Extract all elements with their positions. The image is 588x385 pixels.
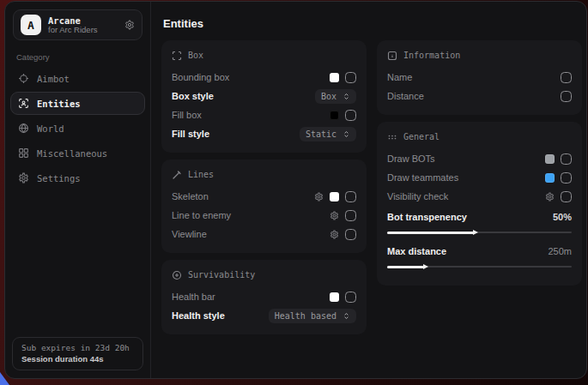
survivability-card: Survivability Health bar Health style He… [161,260,367,334]
distance-checkbox[interactable] [561,91,572,102]
card-title: Information [403,51,460,60]
setting-label: Bot transpenency [387,212,467,222]
viewline-checkbox[interactable] [345,229,356,240]
color-swatch[interactable] [545,173,555,183]
setting-label: Visibility check [387,191,448,202]
sidebar-item-label: Settings [37,173,81,183]
color-swatch[interactable] [330,73,339,82]
sidebar-item-aimbot[interactable]: Aimbot [10,67,145,90]
sidebar-item-label: World [37,123,64,134]
setting-row-draw-bots: Draw BOTs [387,149,572,168]
setting-label: Distance [387,91,424,101]
sidebar-nav: Aimbot Entities World Miscellaneous [5,67,150,189]
skeleton-settings-gear-icon[interactable] [314,192,324,202]
slider-fill [387,266,424,268]
bot-transparency-slider[interactable] [387,229,572,237]
brand-subtitle: for Arc Riders [48,26,118,35]
brand-name: Arcane [48,15,118,26]
setting-row-distance: Distance [387,87,572,105]
session-duration-text: Session duration 44s [21,354,134,364]
sidebar-item-label: Aimbot [37,74,70,84]
sync-gear-icon[interactable] [124,20,135,30]
bounding-box-checkbox[interactable] [345,72,356,83]
health-bar-checkbox[interactable] [345,292,356,303]
line-to-enemy-settings-gear-icon[interactable] [330,211,339,220]
category-label: Category [16,52,150,62]
slider-value: 250m [548,246,572,256]
arcane-logo: A [21,15,41,35]
arcane-menu-window: A Arcane for Arc Riders Category Aimbot [4,1,587,379]
color-swatch[interactable] [330,292,339,302]
main-panel: Entities Box Bounding box [151,2,587,378]
setting-label: Health bar [172,292,215,302]
setting-row-fill-style: Fill style Static [172,124,356,143]
color-swatch[interactable] [330,111,339,120]
right-column: Information Name Distance [377,40,582,334]
setting-label: Skeleton [172,191,209,202]
chevrons-up-down-icon [342,93,350,100]
visibility-settings-gear-icon[interactable] [545,192,555,202]
slider-value: 50% [553,212,572,222]
setting-row-box-style: Box style Box [172,87,356,105]
visibility-check-checkbox[interactable] [561,191,572,202]
health-cross-icon [172,270,182,280]
brand-text: Arcane for Arc Riders [48,15,118,35]
skeleton-checkbox[interactable] [345,191,356,202]
setting-row-health-style: Health style Health based [172,306,356,325]
health-style-dropdown[interactable]: Health based [269,309,356,323]
fill-style-dropdown[interactable]: Static [300,127,356,141]
setting-label: Fill box [172,110,202,120]
left-column: Box Bounding box Box style Box [161,40,367,334]
setting-row-visibility-check: Visibility check [387,187,572,206]
page-title: Entities [163,17,582,30]
lines-card: Lines Skeleton Line to enemy [161,159,367,253]
sidebar-item-settings[interactable]: Settings [10,166,145,189]
information-card: Information Name Distance [377,40,582,115]
setting-row-fill-box: Fill box [172,105,356,124]
general-card: General Draw BOTs Draw teammates [377,122,582,286]
draw-teammates-checkbox[interactable] [561,172,572,183]
gear-icon [18,172,29,183]
slider-thumb[interactable] [473,230,478,235]
name-checkbox[interactable] [561,72,572,83]
card-title: Survivability [188,270,255,280]
chevrons-up-down-icon [342,130,350,138]
setting-row-line-to-enemy: Line to enemy [172,206,356,225]
chevrons-up-down-icon [342,312,350,320]
setting-label: Bounding box [172,72,229,82]
setting-row-health-bar: Health bar [172,287,356,306]
dropdown-value: Box [321,92,336,101]
dropdown-value: Static [306,129,336,139]
sidebar-item-entities[interactable]: Entities [10,92,145,115]
slider-label-row: Bot transpenency 50% [387,208,572,226]
viewline-settings-gear-icon[interactable] [330,230,339,239]
max-distance-slider-group: Max distance 250m [387,242,572,271]
sub-expiry-text: Sub expires in 23d 20h [21,343,134,352]
line-to-enemy-checkbox[interactable] [345,210,356,221]
setting-label: Viewline [172,229,207,239]
box-style-dropdown[interactable]: Box [315,89,356,104]
pencil-line-icon [172,170,182,180]
sidebar-item-miscellaneous[interactable]: Miscellaneous [10,141,145,165]
setting-row-bounding-box: Bounding box [172,68,356,87]
draw-bots-checkbox[interactable] [561,153,572,165]
setting-label: Fill style [172,129,209,139]
color-swatch[interactable] [330,192,339,202]
slider-fill [387,232,474,234]
setting-row-skeleton: Skeleton [172,187,356,206]
setting-label: Health style [172,310,225,321]
layout-grid-icon [18,147,29,159]
color-swatch[interactable] [545,154,555,164]
sidebar-item-world[interactable]: World [10,117,145,140]
sidebar-item-label: Entities [37,99,81,109]
dots-grid-icon [387,132,397,142]
slider-thumb[interactable] [423,264,428,269]
globe-icon [18,123,29,134]
fill-box-checkbox[interactable] [345,110,356,121]
scan-brackets-icon [172,51,182,61]
box-card: Box Bounding box Box style Box [161,40,367,153]
crosshair-icon [18,73,29,84]
mouse-cursor [0,372,9,385]
max-distance-slider[interactable] [387,263,572,271]
setting-row-viewline: Viewline [172,225,356,244]
